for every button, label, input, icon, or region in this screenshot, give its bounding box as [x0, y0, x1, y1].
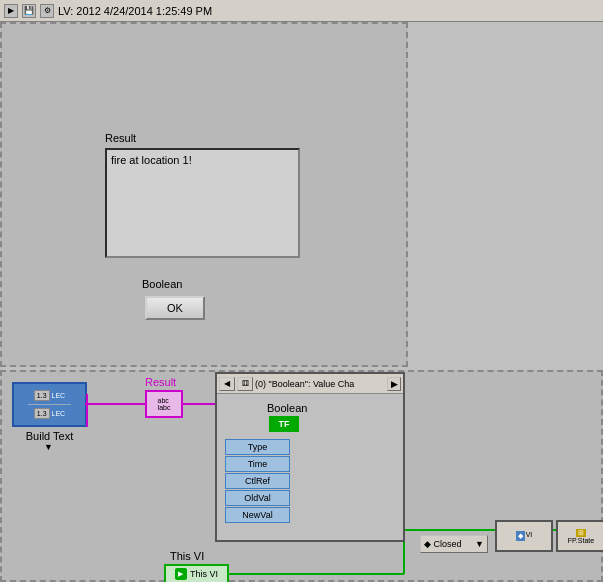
- event-title: (0) "Boolean": Value Cha: [255, 379, 385, 389]
- result-node: abclabc: [145, 390, 183, 418]
- closed-label: ◆ Closed: [424, 539, 462, 549]
- fp-state-icons: ⊞ FP.State: [568, 529, 594, 544]
- build-text-arrow: ▼: [44, 442, 53, 452]
- lec-label-2: LEC: [52, 410, 66, 417]
- build-text-label: Build Text: [12, 430, 87, 442]
- lec-label-1: LEC: [52, 392, 66, 399]
- event-item-newval: NewVal: [225, 507, 290, 523]
- bd-result-label: Result: [145, 376, 176, 388]
- this-vi-icon: ▶: [175, 568, 187, 580]
- event-structure: ◀ ⚅ (0) "Boolean": Value Cha ▶ Boolean T…: [215, 372, 405, 542]
- closed-container: ◆ Closed ▼: [420, 535, 488, 553]
- event-item-oldval: OldVal: [225, 490, 290, 506]
- boolean-label: Boolean: [142, 278, 182, 290]
- build-text-icon: 1.3 LEC 1.3 LEC: [12, 382, 87, 427]
- event-item-time: Time: [225, 456, 290, 472]
- closed-selector[interactable]: ◆ Closed ▼: [420, 535, 488, 553]
- build-text-block: 1.3 LEC 1.3 LEC Build Text ▼: [12, 382, 87, 447]
- main-content: Result fire at location 1! Boolean OK 1.…: [0, 22, 603, 582]
- result-text: fire at location 1!: [111, 154, 192, 166]
- vi-node: ◆ VI: [495, 520, 553, 552]
- event-idx-btn[interactable]: ⚅: [237, 377, 253, 391]
- event-item-ctlref: CtlRef: [225, 473, 290, 489]
- closed-arrow: ▼: [475, 539, 484, 549]
- this-vi-node: ▶ This VI: [164, 564, 229, 582]
- vi-node-icons: ◆ VI: [516, 531, 533, 541]
- event-items: Type Time CtlRef OldVal NewVal: [225, 439, 290, 523]
- vi-arrow: VI: [526, 531, 533, 541]
- run-icon: ⚙: [40, 4, 54, 18]
- event-boolean-label: Boolean: [267, 402, 307, 414]
- result-textbox[interactable]: fire at location 1!: [105, 148, 300, 258]
- event-arrow-btn[interactable]: ▶: [387, 377, 401, 391]
- tf-box: TF: [269, 416, 299, 432]
- result-node-text: abclabc: [158, 397, 171, 411]
- vi-icon: ◆: [516, 531, 525, 541]
- block-diagram: 1.3 LEC 1.3 LEC Build Text ▼ Result abcl…: [0, 370, 603, 582]
- event-structure-header: ◀ ⚅ (0) "Boolean": Value Cha ▶: [217, 374, 403, 394]
- save-icon: 💾: [22, 4, 36, 18]
- event-prev-btn[interactable]: ◀: [219, 377, 235, 391]
- fp-state-node: ⊞ FP.State: [556, 520, 603, 552]
- fp-state-label: FP.State: [568, 537, 594, 544]
- event-item-type: Type: [225, 439, 290, 455]
- ok-button[interactable]: OK: [145, 296, 205, 320]
- lec-box-2: 1.3: [34, 408, 50, 419]
- title-bar: ▶ 💾 ⚙ LV: 2012 4/24/2014 1:25:49 PM: [0, 0, 603, 22]
- window-title: LV: 2012 4/24/2014 1:25:49 PM: [58, 5, 212, 17]
- build-text-row1: 1.3 LEC: [34, 390, 65, 401]
- this-vi-label: This VI: [170, 550, 204, 562]
- build-text-row2: 1.3 LEC: [34, 408, 65, 419]
- lec-box-1: 1.3: [34, 390, 50, 401]
- this-vi-text: This VI: [190, 569, 218, 579]
- lv-icon: ▶: [4, 4, 18, 18]
- fp-icon: ⊞: [576, 529, 586, 537]
- result-label: Result: [105, 132, 136, 144]
- front-panel: Result fire at location 1! Boolean OK: [0, 22, 408, 367]
